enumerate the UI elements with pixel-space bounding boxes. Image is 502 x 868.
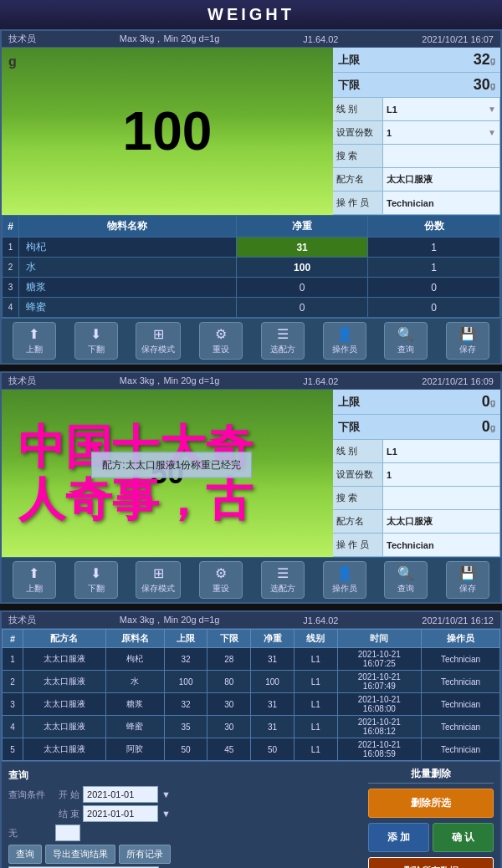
- status-bar-2: 技术员 Max 3kg，Min 20g d=1g J1.64.02 2021/1…: [2, 373, 500, 390]
- lower-limit-row: 下限 30 g: [333, 73, 500, 98]
- row-weight: 0: [236, 298, 368, 318]
- upper-limit-value-2: 0: [368, 393, 490, 411]
- lower-limit-unit: g: [490, 80, 495, 90]
- table-row: 2水1001: [3, 258, 500, 278]
- line-label: 线 别: [333, 98, 383, 121]
- table-row: 4蜂蜜00: [3, 298, 500, 318]
- btn-query-1[interactable]: 🔍 查询: [384, 322, 428, 360]
- history-table: # 配方名 原料名 上限 下限 净重 线别 时间 操作员 1太太口服液枸杞322…: [2, 629, 500, 761]
- btn-reset-1[interactable]: ⚙ 重设: [199, 322, 243, 360]
- person-icon-2: 👤: [336, 565, 353, 581]
- btn-up-1[interactable]: ⬆ 上翻: [13, 322, 56, 360]
- panel-2: 技术员 Max 3kg，Min 20g d=1g J1.64.02 2021/1…: [0, 371, 502, 604]
- btn-down-2[interactable]: ⬇ 下翻: [74, 561, 118, 599]
- hist-col-material: 原料名: [105, 630, 164, 648]
- btn-reset-2[interactable]: ⚙ 重设: [199, 561, 243, 599]
- delete-selected-button[interactable]: 删除所选: [368, 789, 494, 818]
- btn-operator-1[interactable]: 👤 操作员: [323, 322, 366, 360]
- upper-limit-value: 32: [368, 51, 490, 69]
- hist-col-net: 净重: [251, 630, 295, 648]
- add-row: 添 加 确 认: [368, 823, 494, 852]
- info-grid-2: 线 别 L1 设置份数 1 搜 索 配方名 太太口服液 操 作 员 Techni…: [333, 440, 500, 557]
- btn-save-mode-2[interactable]: ⊞ 保存模式: [136, 561, 181, 599]
- batch-controls: 批量删除 删除所选 添 加 确 认 删除所有数据: [368, 767, 494, 868]
- grid-icon: ⊞: [153, 326, 164, 342]
- hist-col-operator: 操作员: [422, 630, 500, 648]
- row-name: 水: [19, 258, 237, 278]
- notification-box: 配方:太太口服液1份称重已经完: [91, 452, 252, 478]
- row-copies: 1: [368, 258, 500, 278]
- upper-limit-row: 上限 32 g: [333, 48, 500, 73]
- col-num: #: [3, 216, 19, 237]
- search-value: [383, 145, 500, 168]
- info-panel-1: 上限 32 g 下限 30 g 线 别 L1 ▼ 设置份数 1 ▼: [333, 48, 500, 215]
- history-row: 1太太口服液枸杞322831L12021-10-21 16:07:25Techn…: [3, 648, 500, 671]
- status-spec-2: Max 3kg，Min 20g d=1g: [120, 375, 220, 387]
- upper-limit-unit: g: [490, 55, 495, 65]
- query-title: 查询: [8, 768, 365, 783]
- hist-col-formula: 配方名: [23, 630, 105, 648]
- batch-title: 批量删除: [368, 767, 494, 784]
- col-weight: 净重: [236, 216, 368, 237]
- btn-select-formula-1[interactable]: ☰ 选配方: [261, 322, 305, 360]
- status-version-2: J1.64.02: [303, 376, 338, 386]
- material-table-1: # 物料名称 净重 份数 1枸杞3112水10013糖浆004蜂蜜00: [2, 215, 500, 318]
- operator-value: Technician: [383, 191, 500, 215]
- history-row: 5太太口服液阿胶504550L12021-10-21 16:08:59Techn…: [3, 738, 500, 761]
- grid-icon-2: ⊞: [153, 565, 164, 581]
- status-bar-1: 技术员 Max 3kg，Min 20g d=1g J1.64.02 2021/1…: [2, 31, 500, 48]
- row-copies: 1: [368, 237, 500, 258]
- none-value-input[interactable]: [55, 825, 80, 841]
- btn-save-2[interactable]: 💾 保存: [446, 561, 489, 599]
- btn-save-mode-1[interactable]: ⊞ 保存模式: [136, 322, 181, 360]
- magnifier-icon: 🔍: [397, 326, 414, 342]
- status-user-2: 技术员: [8, 375, 36, 387]
- add-button[interactable]: 添 加: [368, 823, 429, 852]
- confirm-button[interactable]: 确 认: [433, 823, 494, 852]
- end-label: 结 束: [59, 808, 79, 820]
- magnifier-icon-2: 🔍: [397, 565, 414, 581]
- gear-icon-2: ⚙: [215, 565, 227, 581]
- row-weight: 0: [236, 278, 368, 298]
- all-records-button[interactable]: 所有记录: [119, 845, 171, 864]
- copies-value: 1 ▼: [383, 121, 500, 145]
- hist-col-time: 时间: [337, 630, 421, 648]
- dropdown-arrow-start: ▼: [161, 789, 171, 799]
- row-name: 蜂蜜: [19, 298, 237, 318]
- panel-1: 技术员 Max 3kg，Min 20g d=1g J1.64.02 2021/1…: [0, 29, 502, 365]
- history-row: 3太太口服液糖浆323031L12021-10-21 16:08:00Techn…: [3, 693, 500, 716]
- btn-down-1[interactable]: ⬇ 下翻: [74, 322, 118, 360]
- btn-operator-2[interactable]: 👤 操作员: [323, 561, 366, 599]
- copies-label: 设置份数: [333, 121, 383, 145]
- btn-up-2[interactable]: ⬆ 上翻: [13, 561, 56, 599]
- export-button[interactable]: 导出查询结果: [45, 845, 115, 864]
- query-button[interactable]: 查询: [8, 845, 42, 864]
- col-copies: 份数: [368, 216, 500, 237]
- query-controls: 查询 查询条件 开 始 ▼ 结 束 ▼ 无 查: [8, 768, 365, 868]
- btn-save-1[interactable]: 💾 保存: [446, 322, 489, 360]
- person-icon: 👤: [336, 326, 353, 342]
- gear-icon: ⚙: [215, 326, 227, 342]
- status-user-3: 技术员: [8, 614, 36, 626]
- query-section: 查询 查询条件 开 始 ▼ 结 束 ▼ 无 查: [2, 761, 500, 868]
- start-label: 开 始: [59, 789, 79, 801]
- lower-limit-value-2: 0: [368, 418, 490, 436]
- list-icon-2: ☰: [277, 565, 289, 581]
- lower-limit-value: 30: [368, 76, 490, 94]
- btn-query-2[interactable]: 🔍 查询: [384, 561, 428, 599]
- info-panel-2: 上限 0 g 下限 0 g 线 别 L1 设置份数 1 搜 索 配方名: [333, 390, 500, 557]
- hist-col-num: #: [3, 630, 23, 648]
- lower-limit-label: 下限: [338, 78, 368, 93]
- query-end-row: 结 束 ▼: [8, 805, 365, 822]
- end-date-input[interactable]: [83, 805, 158, 822]
- row-num: 1: [3, 237, 19, 258]
- line-value: L1 ▼: [383, 98, 500, 121]
- down-arrow-icon-2: ⬇: [90, 565, 101, 581]
- start-date-input[interactable]: [83, 786, 158, 803]
- dropdown-arrow-end: ▼: [161, 809, 171, 819]
- status-spec-1: Max 3kg，Min 20g d=1g: [120, 33, 220, 45]
- btn-select-formula-2[interactable]: ☰ 选配方: [261, 561, 305, 599]
- delete-all-button[interactable]: 删除所有数据: [368, 857, 494, 868]
- upper-limit-row-2: 上限 0 g: [333, 390, 500, 415]
- row-num: 4: [3, 298, 19, 318]
